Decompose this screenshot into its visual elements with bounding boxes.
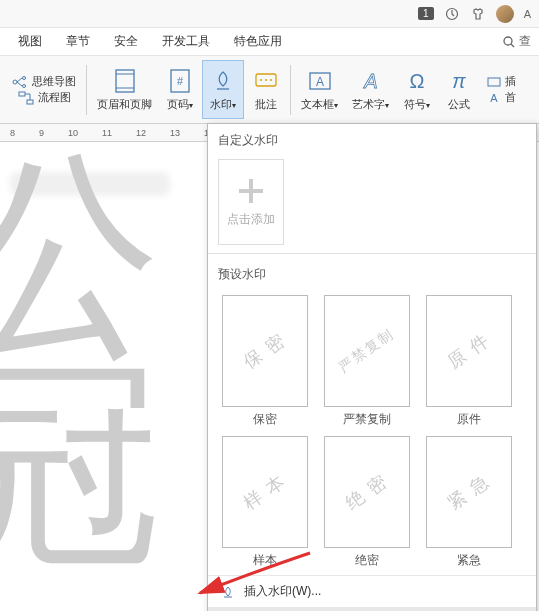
svg-point-20	[265, 79, 267, 81]
watermark-button[interactable]: 水印▾	[202, 60, 244, 119]
svg-point-3	[13, 80, 17, 84]
watermark-small-icon	[220, 584, 236, 600]
preset-grid: 保 密 保密 严禁复制 严禁复制 原 件 原件 样 本 样本 绝 密 绝密 紧 …	[208, 289, 536, 575]
search-button[interactable]: 查	[502, 33, 531, 50]
preset-item[interactable]: 绝 密 绝密	[324, 436, 410, 569]
ribbon: 思维导图 流程图 页眉和页脚 # 页码▾ 水印▾ 批注 A 文本框▾ A 艺术字…	[0, 56, 539, 124]
tab-devtools[interactable]: 开发工具	[152, 29, 220, 54]
add-watermark-label: 点击添加	[227, 211, 275, 228]
mindmap-button[interactable]: 思维导图	[12, 74, 76, 89]
tab-chapter[interactable]: 章节	[56, 29, 100, 54]
sync-icon[interactable]	[444, 6, 460, 22]
svg-line-7	[17, 82, 22, 86]
document-watermark-text: 公冠	[0, 153, 160, 571]
svg-text:A: A	[363, 70, 377, 92]
svg-point-1	[504, 37, 512, 45]
header-footer-button[interactable]: 页眉和页脚	[91, 60, 158, 119]
diagram-group: 思维导图 流程图	[6, 60, 82, 119]
watermark-dropdown: 自定义水印 点击添加 预设水印 保 密 保密 严禁复制 严禁复制 原 件 原件 …	[207, 123, 537, 611]
annotation-button[interactable]: 批注	[246, 60, 286, 119]
remove-watermark-menu[interactable]: 删除文档中的水印(R)	[208, 607, 536, 611]
formula-button[interactable]: π 公式	[439, 60, 479, 119]
skin-icon[interactable]	[470, 6, 486, 22]
symbol-button[interactable]: Ω 符号▾	[397, 60, 437, 119]
preset-item[interactable]: 样 本 样本	[222, 436, 308, 569]
svg-rect-25	[488, 78, 500, 86]
svg-rect-12	[116, 70, 134, 92]
textbox-button[interactable]: A 文本框▾	[295, 60, 344, 119]
misc-group: 插 A首	[481, 60, 522, 119]
preset-watermark-title: 预设水印	[208, 258, 536, 289]
preset-item[interactable]: 严禁复制 严禁复制	[324, 295, 410, 428]
wordart-button[interactable]: A 艺术字▾	[346, 60, 395, 119]
preset-item[interactable]: 保 密 保密	[222, 295, 308, 428]
page-number-button[interactable]: # 页码▾	[160, 60, 200, 119]
tab-view[interactable]: 视图	[8, 29, 52, 54]
search-label: 查	[519, 33, 531, 50]
user-letter: A	[524, 8, 531, 20]
tab-count-badge: 1	[418, 7, 434, 20]
insert-btn[interactable]: 插	[487, 74, 516, 89]
svg-text:A: A	[315, 75, 323, 89]
plus-icon	[237, 177, 265, 205]
titlebar: 1 A	[0, 0, 539, 28]
custom-watermark-title: 自定义水印	[208, 124, 536, 155]
svg-point-5	[23, 84, 26, 87]
tab-security[interactable]: 安全	[104, 29, 148, 54]
flowchart-button[interactable]: 流程图	[18, 90, 71, 105]
svg-rect-9	[27, 100, 33, 104]
insert-watermark-menu[interactable]: 插入水印(W)...	[208, 575, 536, 607]
svg-text:#: #	[177, 75, 184, 87]
add-watermark-tile[interactable]: 点击添加	[218, 159, 284, 245]
svg-line-2	[511, 44, 514, 47]
ribbon-tabs: 视图 章节 安全 开发工具 特色应用 查	[0, 28, 539, 56]
svg-line-6	[17, 78, 22, 82]
avatar[interactable]	[496, 5, 514, 23]
tab-special[interactable]: 特色应用	[224, 29, 292, 54]
svg-rect-8	[19, 92, 25, 96]
svg-point-21	[270, 79, 272, 81]
preset-item[interactable]: 原 件 原件	[426, 295, 512, 428]
svg-text:A: A	[490, 92, 498, 104]
preset-item[interactable]: 紧 急 紧急	[426, 436, 512, 569]
svg-point-4	[23, 76, 26, 79]
first-btn[interactable]: A首	[487, 90, 516, 105]
svg-point-19	[260, 79, 262, 81]
